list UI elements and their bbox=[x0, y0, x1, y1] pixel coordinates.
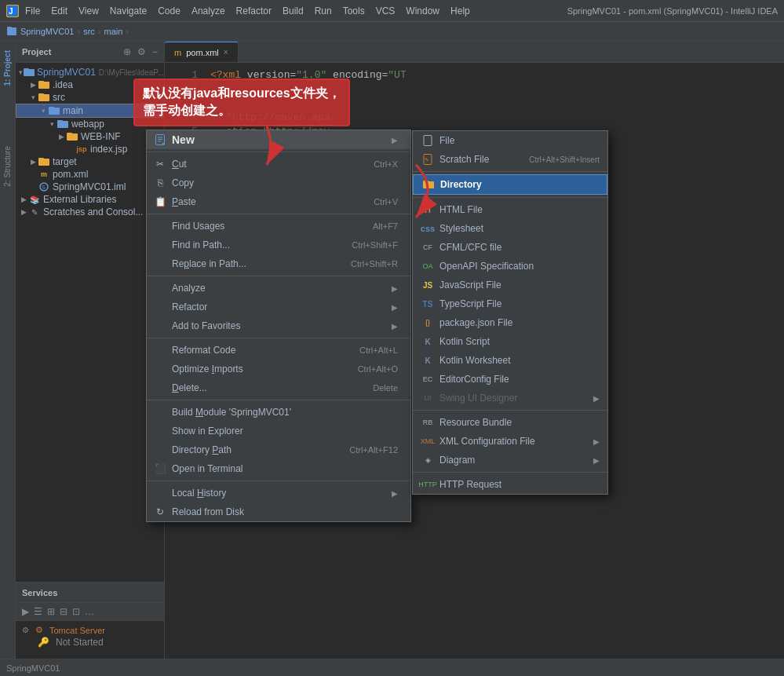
ctx-item-showinexplorer[interactable]: Show in Explorer bbox=[147, 422, 410, 440]
ctx-item-paste[interactable]: 📋 Paste Ctrl+V bbox=[147, 192, 410, 211]
new-item-css[interactable]: css Stylesheet bbox=[413, 219, 607, 238]
ctx-item-localhistory[interactable]: Local History ▶ bbox=[147, 484, 410, 502]
menu-build[interactable]: Build bbox=[283, 5, 304, 16]
ctx-shortcut-delete: Delete bbox=[373, 383, 398, 393]
ctx-item-terminal[interactable]: ⬛ Open in Terminal bbox=[147, 459, 410, 478]
svc-item-tomcat[interactable]: ⚙ ⚙ Tomcat Server bbox=[22, 624, 158, 636]
tree-arrow-extlibs: ▶ bbox=[19, 195, 28, 203]
new-item-html[interactable]: H HTML File bbox=[413, 200, 607, 219]
ctx-item-delete[interactable]: Delete... Delete bbox=[147, 378, 410, 397]
new-item-resource[interactable]: RB Resource Bundle bbox=[413, 413, 607, 432]
ni-label-editorcfg: EditorConfig File bbox=[439, 374, 509, 385]
menu-view[interactable]: View bbox=[78, 5, 99, 16]
breadcrumb-src[interactable]: src bbox=[83, 27, 95, 36]
tree-item-target[interactable]: ▶ target bbox=[16, 155, 164, 168]
svg-rect-13 bbox=[57, 120, 63, 122]
editor-tab-pomxml[interactable]: m pom.xml × bbox=[165, 42, 239, 62]
cfml-icon: CF bbox=[421, 240, 435, 254]
ctx-item-optimizeimports[interactable]: Optimize Imports Ctrl+Alt+O bbox=[147, 360, 410, 378]
findinpath-icon bbox=[153, 238, 167, 252]
ctx-item-favorites[interactable]: Add to Favorites ▶ bbox=[147, 316, 410, 335]
svc-run-btn[interactable]: ▶ bbox=[22, 606, 29, 617]
project-settings-icon[interactable]: ⚙ bbox=[137, 46, 146, 57]
ctx-sep-1 bbox=[147, 152, 410, 152]
ctx-item-findinpath[interactable]: Find in Path... Ctrl+Shift+F bbox=[147, 236, 410, 254]
tab-label-pomxml: pom.xml bbox=[186, 48, 219, 57]
menu-window[interactable]: Window bbox=[406, 5, 439, 16]
tree-item-webinf[interactable]: ▶ WEB-INF bbox=[16, 130, 164, 143]
svc-item-notstarted[interactable]: 🔑 Not Started bbox=[22, 636, 158, 649]
kt-worksheet-icon: K bbox=[421, 353, 435, 367]
breadcrumb-main[interactable]: main bbox=[104, 27, 123, 36]
tab-close-pomxml[interactable]: × bbox=[224, 48, 228, 57]
new-item-editorcfg[interactable]: EC EditorConfig File bbox=[413, 370, 607, 389]
menu-file[interactable]: File bbox=[25, 5, 40, 16]
diagram-arrow: ▶ bbox=[593, 456, 600, 465]
svc-tree-btn[interactable]: ⊞ bbox=[47, 606, 55, 617]
ctx-item-reload[interactable]: ↻ Reload from Disk bbox=[147, 502, 410, 521]
ctx-item-cut[interactable]: ✂ Cut Ctrl+X bbox=[147, 155, 410, 174]
new-item-ts[interactable]: TS TypeScript File bbox=[413, 294, 607, 313]
menu-tools[interactable]: Tools bbox=[343, 5, 365, 16]
tree-item-scratches[interactable]: ▶ ✎ Scratches and Consol... bbox=[16, 206, 164, 218]
new-item-ktworksheet[interactable]: K Kotlin Worksheet bbox=[413, 351, 607, 370]
svc-more-btn[interactable]: … bbox=[85, 606, 94, 617]
tree-item-pomxml[interactable]: m pom.xml bbox=[16, 168, 164, 181]
ctx-item-new[interactable]: New ▶ File ✎ Scratch File Ctrl+Alt+Shift… bbox=[147, 130, 410, 149]
new-item-pkg[interactable]: {} package.json File bbox=[413, 313, 607, 332]
project-minimize-icon[interactable]: − bbox=[152, 46, 158, 57]
svg-rect-4 bbox=[24, 69, 35, 76]
tree-item-root[interactable]: ▾ SpringMVC01 D:\MyFiles\IdeaP... bbox=[16, 66, 164, 79]
menu-navigate[interactable]: Navigate bbox=[110, 5, 147, 16]
ctx-item-findusages[interactable]: Find Usages Alt+F7 bbox=[147, 217, 410, 236]
new-item-http[interactable]: HTTP HTTP Request bbox=[413, 475, 607, 494]
new-item-diagram[interactable]: ◈ Diagram ▶ bbox=[413, 451, 607, 470]
side-tab-structure[interactable]: 2: Structure bbox=[2, 140, 13, 193]
svc-list-btn[interactable]: ☰ bbox=[34, 606, 42, 617]
svc-filter-btn[interactable]: ⊟ bbox=[60, 606, 67, 617]
ctx-item-dirpath[interactable]: Directory Path Ctrl+Alt+F12 bbox=[147, 440, 410, 459]
tree-item-indexjsp[interactable]: jsp index.jsp bbox=[16, 143, 164, 155]
replaceinpath-icon bbox=[153, 257, 167, 271]
ni-label-cfml: CFML/CFC file bbox=[439, 242, 501, 253]
menu-refactor[interactable]: Refactor bbox=[236, 5, 272, 16]
new-item-scratch[interactable]: ✎ Scratch File Ctrl+Alt+Shift+Insert bbox=[413, 150, 607, 169]
ctx-item-reformat[interactable]: Reformat Code Ctrl+Alt+L bbox=[147, 341, 410, 360]
side-tab-project[interactable]: 1: Project bbox=[2, 44, 13, 93]
svg-rect-11 bbox=[49, 107, 54, 108]
ctx-item-copy[interactable]: ⎘ Copy bbox=[147, 174, 410, 192]
tree-item-iml[interactable]: S SpringMVC01.iml bbox=[16, 181, 164, 193]
new-item-js[interactable]: JS JavaScript File bbox=[413, 276, 607, 294]
ctx-item-build[interactable]: Build Module 'SpringMVC01' bbox=[147, 403, 410, 422]
new-item-ktscript[interactable]: K Kotlin Script bbox=[413, 332, 607, 351]
new-item-openapi[interactable]: OA OpenAPI Specification bbox=[413, 257, 607, 276]
webapp-folder-icon bbox=[57, 119, 69, 130]
ni-sep-4 bbox=[413, 472, 607, 473]
ctx-label-analyze: Analyze bbox=[172, 283, 388, 294]
breadcrumb-project[interactable]: SpringMVC01 bbox=[20, 27, 74, 36]
diagram-icon: ◈ bbox=[421, 453, 435, 467]
new-item-directory[interactable]: Directory bbox=[413, 174, 607, 195]
menu-edit[interactable]: Edit bbox=[51, 5, 67, 16]
menu-code[interactable]: Code bbox=[158, 5, 181, 16]
new-item-file[interactable]: File bbox=[413, 131, 607, 150]
svc-server-label: ⚙ bbox=[35, 625, 43, 635]
findusages-icon bbox=[153, 219, 167, 233]
menu-analyze[interactable]: Analyze bbox=[191, 5, 225, 16]
ctx-item-replaceinpath[interactable]: Replace in Path... Ctrl+Shift+R bbox=[147, 254, 410, 273]
services-header: Services bbox=[16, 583, 164, 603]
ctx-item-analyze[interactable]: Analyze ▶ bbox=[147, 279, 410, 298]
ctx-label-reload: Reload from Disk bbox=[172, 506, 398, 517]
ctx-label-showinexplorer: Show in Explorer bbox=[172, 426, 398, 437]
svc-filter2-btn[interactable]: ⊡ bbox=[72, 606, 80, 617]
ni-label-openapi: OpenAPI Specification bbox=[439, 261, 534, 272]
project-globe-icon[interactable]: ⊕ bbox=[123, 46, 131, 57]
menu-vcs[interactable]: VCS bbox=[376, 5, 396, 16]
menu-help[interactable]: Help bbox=[450, 5, 470, 16]
ctx-item-refactor[interactable]: Refactor ▶ bbox=[147, 298, 410, 316]
tree-item-extlibs[interactable]: ▶ 📚 External Libraries bbox=[16, 193, 164, 206]
new-item-cfml[interactable]: CF CFML/CFC file bbox=[413, 238, 607, 257]
new-item-xmlcfg[interactable]: XML XML Configuration File ▶ bbox=[413, 432, 607, 451]
menu-run[interactable]: Run bbox=[315, 5, 332, 16]
context-menu: New ▶ File ✎ Scratch File Ctrl+Alt+Shift… bbox=[146, 130, 411, 522]
